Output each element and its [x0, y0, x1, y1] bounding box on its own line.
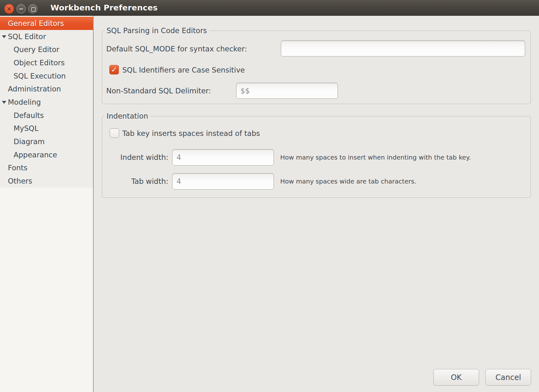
tab-spaces-checkbox[interactable] — [110, 128, 119, 138]
tab-width-description: How many spaces wide are tab characters. — [280, 178, 416, 185]
ok-button[interactable]: OK — [433, 369, 479, 386]
sidebar-item-query-editor[interactable]: Query Editor — [0, 43, 93, 56]
sidebar-item-mysql[interactable]: MySQL — [0, 122, 93, 135]
indent-width-label: Indent width: — [106, 153, 168, 162]
sidebar-item-diagram[interactable]: Diagram — [0, 135, 93, 148]
title-bar: ✕ Workbench Preferences — [0, 0, 539, 16]
case-sensitive-checkbox[interactable] — [109, 65, 119, 74]
sql-mode-input[interactable] — [281, 40, 525, 56]
delimiter-input[interactable] — [236, 83, 338, 99]
preferences-sidebar: General Editors SQL Editor Query Editor … — [0, 16, 94, 392]
sidebar-item-sql-execution[interactable]: SQL Execution — [0, 69, 93, 83]
cancel-button-label: Cancel — [496, 373, 521, 382]
indent-width-description: How many spaces to insert when indenting… — [280, 154, 471, 161]
minimize-button[interactable] — [16, 4, 26, 14]
group-title: SQL Parsing in Code Editors — [105, 26, 209, 35]
sidebar-item-administration[interactable]: Administration — [0, 82, 93, 96]
sql-mode-label: Default SQL_MODE for syntax checker: — [106, 44, 247, 53]
sidebar-list: General Editors SQL Editor Query Editor … — [0, 17, 93, 188]
group-title: Indentation — [105, 112, 150, 120]
sidebar-item-appearance[interactable]: Appearance — [0, 148, 93, 161]
minimize-icon — [19, 9, 23, 9]
ok-button-label: OK — [451, 373, 462, 382]
sidebar-item-others[interactable]: Others — [0, 174, 93, 188]
window-title: Workbench Preferences — [50, 0, 158, 16]
tab-spaces-label: Tab key inserts spaces instead of tabs — [122, 129, 260, 138]
sidebar-item-general-editors[interactable]: General Editors — [0, 17, 93, 30]
close-button[interactable]: ✕ — [4, 4, 14, 14]
sidebar-item-modeling[interactable]: Modeling — [0, 96, 93, 109]
tab-width-input[interactable] — [172, 173, 274, 190]
maximize-button[interactable] — [28, 4, 38, 14]
expander-triangle-icon[interactable] — [2, 35, 6, 38]
sidebar-item-defaults[interactable]: Defaults — [0, 109, 93, 122]
tab-width-label: Tab width: — [106, 177, 168, 186]
preferences-dialog: ✕ Workbench Preferences General Editors … — [0, 0, 539, 392]
maximize-icon — [31, 7, 36, 12]
expander-triangle-icon[interactable] — [2, 101, 6, 104]
close-icon: ✕ — [4, 4, 14, 14]
sidebar-item-sql-editor[interactable]: SQL Editor — [0, 30, 93, 43]
delimiter-label: Non-Standard SQL Delimiter: — [106, 86, 211, 95]
case-sensitive-label: SQL Identifiers are Case Sensitive — [122, 66, 245, 74]
sidebar-item-object-editors[interactable]: Object Editors — [0, 56, 93, 69]
group-sql-parsing: SQL Parsing in Code Editors Default SQL_… — [102, 31, 531, 104]
sidebar-item-fonts[interactable]: Fonts — [0, 161, 93, 175]
indent-width-input[interactable] — [172, 149, 274, 166]
group-indentation: Indentation Tab key inserts spaces inste… — [102, 116, 531, 198]
cancel-button[interactable]: Cancel — [485, 369, 531, 386]
preferences-panel: SQL Parsing in Code Editors Default SQL_… — [94, 16, 539, 392]
